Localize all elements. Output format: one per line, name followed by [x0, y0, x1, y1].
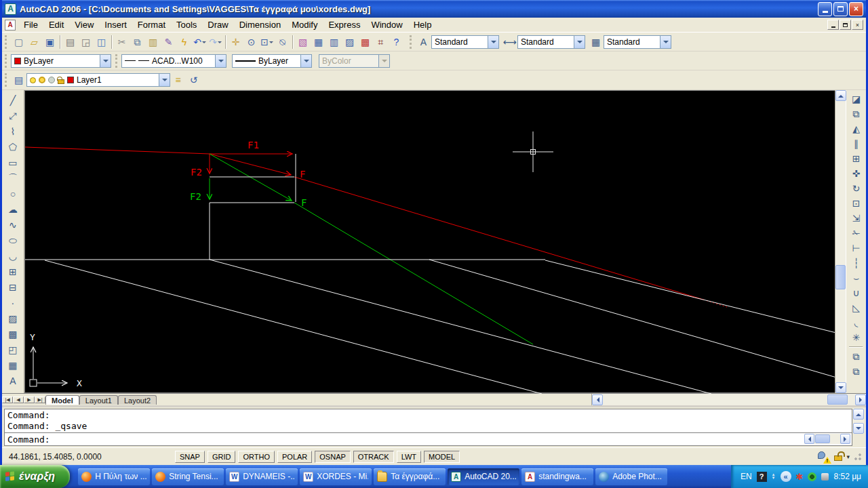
match-properties-button[interactable]: ✎	[161, 34, 176, 49]
mtext-button[interactable]: A	[5, 373, 21, 388]
menu-tools[interactable]: Tools	[171, 18, 202, 31]
canvas-vertical-scrollbar[interactable]	[835, 90, 846, 393]
insert-block-button[interactable]: ⊞	[5, 264, 21, 279]
gradient-button[interactable]: ▩	[5, 326, 21, 342]
restore-button[interactable]	[833, 2, 848, 16]
trim-button[interactable]: ✁	[848, 226, 865, 241]
point-button[interactable]: ·	[5, 295, 21, 310]
toolbar-grip[interactable]	[5, 54, 8, 68]
line-button[interactable]: ╱	[5, 92, 21, 108]
scroll-up-button[interactable]	[835, 90, 846, 101]
table-button[interactable]: ▦	[5, 357, 21, 373]
ime-help-icon[interactable]: ?	[757, 472, 767, 482]
fillet-button[interactable]: ◟	[848, 315, 865, 330]
chamfer-button[interactable]: ◺	[848, 300, 865, 315]
dim-style-combo[interactable]: Standard	[517, 35, 585, 49]
scroll-right-button[interactable]	[855, 394, 866, 405]
clock[interactable]: 8:52 μμ	[833, 472, 861, 481]
scroll-up-button[interactable]	[853, 409, 864, 420]
chevron-down-icon[interactable]	[159, 74, 170, 86]
quickcalc-button[interactable]: ⌗	[373, 34, 389, 49]
polyline-button[interactable]: ⌇	[5, 123, 21, 139]
ortho-toggle[interactable]: ORTHO	[238, 451, 275, 463]
join-button[interactable]: ∪	[848, 285, 865, 300]
green-tray-icon[interactable]	[808, 472, 816, 481]
tab-first-button[interactable]: |◀	[2, 396, 13, 403]
region-button[interactable]: ◰	[5, 342, 21, 357]
grid-toggle[interactable]: GRID	[208, 451, 236, 463]
menu-format[interactable]: Format	[132, 18, 171, 31]
ellipse-button[interactable]: ⬭	[5, 232, 21, 248]
polar-toggle[interactable]: POLAR	[277, 451, 312, 463]
tool-palettes-button[interactable]: ▥	[326, 34, 342, 49]
drawing-canvas-svg[interactable]: F1F2FF2FYX	[25, 91, 839, 394]
language-indicator[interactable]: EN	[741, 472, 752, 481]
toolbar-grip[interactable]	[115, 54, 119, 68]
zoom-realtime-button[interactable]: ⊙	[243, 34, 259, 49]
menu-help[interactable]: Help	[408, 18, 437, 31]
snap-toggle[interactable]: SNAP	[175, 451, 205, 463]
scroll-down-button[interactable]	[835, 382, 846, 393]
antivirus-tray-icon[interactable]: ✱	[796, 472, 804, 482]
chevron-down-icon[interactable]	[574, 36, 585, 48]
copy-object-button[interactable]: ⧉	[848, 106, 865, 121]
command-input-line[interactable]: Command:	[4, 433, 852, 446]
lineweight-control-combo[interactable]: ByLayer	[232, 54, 312, 68]
chevron-down-icon[interactable]	[488, 36, 498, 48]
hide-tray-icons-chevron[interactable]: «	[781, 471, 791, 482]
zoom-previous-button[interactable]: ⍉	[275, 34, 290, 49]
toolbar-grip[interactable]	[410, 35, 413, 49]
toolbar-lock-icon[interactable]	[834, 455, 842, 461]
tab-layout1[interactable]: Layout1	[79, 395, 118, 405]
tab-model[interactable]: Model	[45, 395, 79, 405]
tab-prev-button[interactable]: ◀	[13, 396, 24, 403]
pan-button[interactable]: ✛	[228, 34, 243, 49]
text-style-combo[interactable]: Standard	[431, 35, 499, 49]
markup-set-manager-button[interactable]: ▩	[357, 34, 373, 49]
safely-remove-hardware-icon[interactable]: ▲▼	[772, 473, 776, 480]
volume-tray-icon[interactable]	[821, 473, 829, 481]
command-vertical-scrollbar[interactable]	[853, 409, 864, 434]
status-tray-menu-arrow[interactable]: ▾	[846, 453, 850, 460]
erase-button[interactable]: ◪	[848, 92, 865, 106]
move-button[interactable]: ✜	[848, 166, 865, 181]
construction-line-button[interactable]: ⤢	[5, 108, 21, 123]
menu-draw[interactable]: Draw	[202, 18, 233, 31]
chevron-down-icon[interactable]	[660, 36, 671, 48]
tab-next-button[interactable]: ▶	[24, 396, 35, 403]
plot-preview-button[interactable]: ◲	[78, 34, 94, 49]
chevron-down-icon[interactable]	[300, 55, 311, 67]
toolbar-grip[interactable]	[5, 73, 8, 87]
lwt-toggle[interactable]: LWT	[397, 451, 421, 463]
toolbar-grip[interactable]	[5, 35, 8, 49]
document-close-button[interactable]: ×	[852, 20, 863, 30]
arc-button[interactable]: ⌒	[5, 170, 21, 186]
extend-button[interactable]: ⊢	[848, 241, 865, 256]
break-at-point-button[interactable]: ┆	[848, 256, 865, 270]
task-h-pyli[interactable]: Η Πύλη των ...	[78, 468, 150, 485]
layer-vp-freeze-icon[interactable]	[48, 77, 55, 83]
scroll-left-button[interactable]	[592, 394, 603, 405]
mirror-button[interactable]: ◭	[848, 121, 865, 136]
color-control-combo[interactable]: ByLayer	[11, 54, 111, 68]
hatch-button[interactable]: ▨	[5, 310, 21, 326]
linetype-control-combo[interactable]: ACAD...W100	[121, 54, 226, 68]
layer-properties-manager-button[interactable]: ▤	[11, 73, 26, 88]
layer-control-combo[interactable]: Layer1	[26, 73, 170, 87]
undo-button[interactable]: ↶	[192, 34, 208, 49]
menu-express[interactable]: Express	[323, 18, 366, 31]
array-button[interactable]: ⊞	[848, 151, 865, 166]
explode-button[interactable]: ✳	[848, 330, 865, 345]
task-string-tensi[interactable]: String Tensi...	[152, 468, 224, 485]
sep3[interactable]	[223, 34, 228, 49]
task-dynameis[interactable]: DYNAMEIS -...	[226, 468, 298, 485]
sheet-set-manager-button[interactable]: ▨	[342, 34, 357, 49]
layer-on-icon[interactable]	[30, 77, 36, 83]
save-button[interactable]: ▣	[42, 34, 58, 49]
horizontal-scroll-thumb[interactable]	[827, 394, 848, 405]
communication-center-icon[interactable]	[818, 451, 830, 462]
draworder-bring-to-front-button[interactable]: ⧉	[848, 349, 865, 364]
menu-view[interactable]: View	[69, 18, 99, 31]
document-restore-button[interactable]	[840, 20, 851, 30]
make-object-layer-current-button[interactable]: ≡	[170, 73, 186, 88]
